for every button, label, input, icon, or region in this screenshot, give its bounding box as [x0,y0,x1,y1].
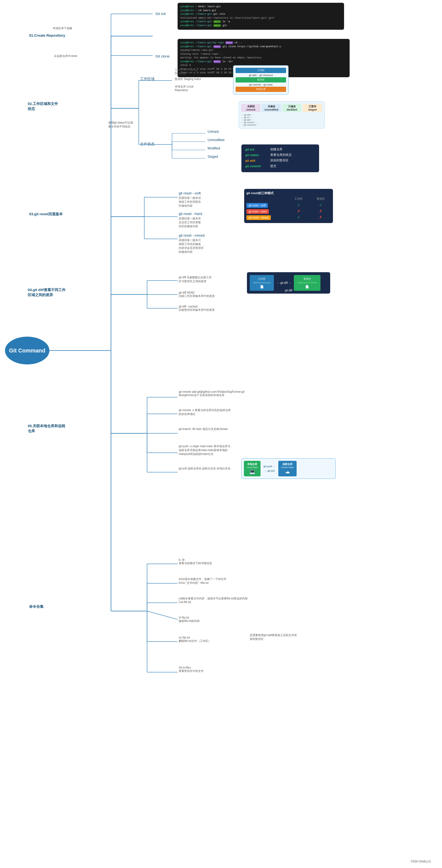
reset-hard-cmd: git reset --hard [179,212,202,216]
reset-diagram: git reset的三种模式 工作区 暂存区 git reset --soft … [244,189,333,223]
remote-diagram: 本地仓库 Local Repo 💻 git push → ← git pull … [241,458,336,479]
cmd-ls-files: Git ls-files查看暂存区中的文件 [179,666,204,673]
status-staged: Staged [208,155,218,159]
reset-diagram-title: git reset的三种模式 [246,191,331,195]
git-pull: git pull 远程仓库名 远程分支名:本地分支名 [179,467,231,470]
file-status-lifecycle: 未跟踪Untrack 未修改Unmodified 已修改Modified 已暂存… [239,101,325,129]
copyright: ©SSH Shell公式 [411,860,431,864]
git-init-label: Git init [156,12,166,16]
staging-label: 暂存区 Staging Index [175,77,201,81]
center-label: Git Command [9,347,45,354]
section06-title: 命令合集 [29,604,43,609]
local-repo-label: 本地仓库 LocalRepository [175,85,193,92]
cmd-ls: ls -ltr查看当前路径下的详细信息 [179,558,212,565]
diff-diagram: 工作区 Working Directory 📄 → git diff → 暂存区… [247,272,330,293]
diff-no-param: git diff 无参数默认比较工作区与暂存区之间的差异 [179,276,212,283]
status-modified: Modified [208,146,220,150]
main-container: Git Command 01.Create Repository 本地目录下创建… [0,0,442,868]
diff-cached: git diff --cached比较暂存区和版本库中的差异 [179,305,215,312]
branch-m: git branch -M main 指定分支名称为main [179,427,228,431]
mind-map-lines [0,0,442,868]
reset-mixed-desc: 回退到某一版本只保留工作区的修改内容但会丢弃暂存区的修改内容 [179,238,204,254]
remote-v: git remote -v 查看当前仓库对应的远程仓库的别名和地址 [179,408,231,416]
cmd-rm-note: 还需要使用git add将更改之后的文件添加到暂存区 [250,633,297,641]
wd-label: 工作区域 WorkingDirectory [175,68,197,75]
status-note: 使用git status可以查看文件的不同状态 [108,121,133,129]
git-clone-label: Git clone [156,54,170,58]
cmd-echo: echo指令创建文件，创建了一个txt文件Echo "文件内容" >file.t… [179,577,227,585]
section02-filestatus: 文件状态 [140,142,155,147]
reset-mixed-cmd: git reset --mixed [179,233,204,238]
cmd-ref-box: git init创建仓库 git status查看仓库的状态 git add添加… [241,145,319,172]
remote-add: git remote add git@github.com:NVlabs/Seg… [179,390,244,397]
work-area-diagram: 工作区 git add↓ ↑git checkout 暂存区 git commi… [233,65,288,94]
status-untrack: Untrack [208,130,219,133]
cmd-cat: cat指令查看文件内容，该指令可以查看file.txt里边的内容Cat file… [179,597,248,603]
terminal-git-init: yiny@Ares ~ mkdir learn-git yiny@Ares ~ … [178,3,344,30]
section01-sub1: 本地目录下创建 [53,26,72,30]
cmd-rm: rm file.txt删除file.txt文件（工作区） [179,636,211,643]
reset-soft-desc: 回退到某一版本但保留工作区和暂存区修改内容 [179,196,201,208]
section02-workarea: 工作区域 [140,76,155,82]
section03-title: 03.git reset回退版本 [29,212,68,217]
section01-sub2: 从远程仓库中clone [54,54,77,58]
center-node: Git Command [5,337,49,365]
section02-title: 02.工作区域和文件状态 [28,101,67,112]
reset-soft-cmd: git reset --soft [179,191,201,195]
status-unmodified: Unmodified [208,138,225,142]
section01-title: 01.Create Repository [29,33,65,37]
section05-title: 05.关联本地仓库和远程仓库 [28,424,71,434]
cmd-vi: Vi file.txt修改file.txt的内容 [179,616,200,623]
section04-title: 04.git diff查看不同工作区域之间的差异 [28,287,69,298]
svg-line-54 [147,611,178,619]
reset-hard-desc: 回退到某一版本并且丢弃工作区和暂存区的修改内容 [179,217,201,228]
diff-head: git diff HEAD比较工作区和版本库中的差异 [179,291,215,298]
push-u: git push -u origin main:main 将本地仓库与远程仓库关… [179,444,230,456]
